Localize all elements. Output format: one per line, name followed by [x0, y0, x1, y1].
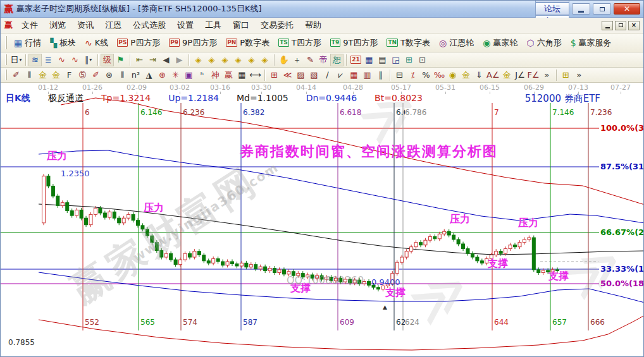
forum-button[interactable]: 论坛	[535, 3, 569, 15]
tool-calculator[interactable]: ▦	[362, 54, 376, 66]
tool-compass[interactable]: ⊛	[102, 69, 116, 82]
menu-窗口[interactable]: 窗口	[227, 18, 255, 32]
tool-f-angle[interactable]: F∠	[527, 69, 540, 82]
tool-tool-brain[interactable]: 恕	[330, 54, 344, 66]
menu-浏览[interactable]: 浏览	[44, 18, 71, 32]
tool-mini-kline-9[interactable]: ∿	[68, 54, 82, 66]
tool-calendar-21[interactable]: 21	[349, 54, 362, 66]
tool-f-ruler[interactable]: F	[63, 69, 76, 82]
tool-grid-123[interactable]: ▦	[235, 69, 249, 82]
menu-交易委托[interactable]: 交易委托	[255, 18, 299, 32]
toolbar-item-p-square[interactable]: PSP四方形	[113, 37, 164, 49]
menu-公式选股[interactable]: 公式选股	[127, 18, 171, 32]
tool-diamond-v[interactable]: ◈	[245, 54, 258, 66]
toolbar-item-gann-wheel[interactable]: ◎江恩轮	[435, 37, 478, 49]
tool-h-span[interactable]: ⟷	[249, 69, 262, 82]
tool-diamond-x[interactable]: ◈	[232, 54, 245, 66]
tool-draw-knife[interactable]: ✐	[9, 69, 23, 82]
toolbar-item-winner-service[interactable]: $赢家服务	[566, 37, 616, 49]
tool-diag-line[interactable]: ∕	[321, 69, 334, 82]
tool-n-squared[interactable]: n²	[129, 69, 142, 82]
tool-coil-5[interactable]: ➄	[76, 69, 89, 82]
tool-parallel-diag[interactable]: ∥	[374, 69, 387, 82]
menu-设置[interactable]: 设置	[171, 18, 199, 32]
toolbar-item-t-table[interactable]: TNT数字表	[382, 37, 435, 49]
tool-hatch-1[interactable]: ▨	[294, 69, 307, 82]
tool-go-prev[interactable]: ◀	[159, 54, 173, 66]
toolbar-item-t-square[interactable]: TST四方形	[274, 37, 326, 49]
toolbar-item-quotes[interactable]: ▦行情	[9, 37, 46, 49]
tool-mini-kline-3[interactable]: ∿	[55, 54, 68, 66]
tool-print[interactable]: ⊡	[416, 54, 429, 66]
tool-wave-view[interactable]: ≋	[28, 54, 42, 66]
tool-grid-dark[interactable]: ▥	[361, 69, 374, 82]
mdi-restore-button[interactable]	[615, 21, 626, 30]
tool-percent[interactable]: %	[419, 69, 433, 82]
tool-k-mark[interactable]: ʰ	[195, 69, 209, 82]
tool-memo[interactable]: ≣	[42, 54, 55, 66]
mdi-close-button[interactable]: ×	[628, 21, 640, 30]
menu-文件[interactable]: 文件	[16, 18, 44, 32]
tool-down-bars[interactable]: ⇓	[473, 69, 486, 82]
tool-grade-tool[interactable]: 级	[101, 54, 114, 66]
tool-more-2[interactable]: »	[573, 69, 586, 82]
tool-pct-strike[interactable]: ⁒	[406, 69, 419, 82]
toolbar-item-sectors[interactable]: ▚板块	[46, 37, 80, 49]
toolbar-item-hexagon[interactable]: ⬡六角形	[522, 37, 566, 49]
tool-grid-red[interactable]: ▦	[347, 69, 361, 82]
tool-diamond-left[interactable]: ◈	[192, 54, 205, 66]
tool-go-last[interactable]: ⇥	[146, 54, 159, 66]
menu-工具[interactable]: 工具	[199, 18, 227, 32]
tool-red-grid[interactable]: ⊞	[268, 69, 281, 82]
tool-period-day[interactable]: 日▾	[9, 54, 23, 66]
maximize-button[interactable]	[593, 3, 611, 15]
chart-area[interactable]: 日K线 极反通道 Tp=1.3214Up=1.2184Md=1.1005Dn=0…	[1, 83, 644, 357]
tool-notes[interactable]: ▤	[376, 54, 389, 66]
toolbar-item-9t-square[interactable]: T99T四方形	[326, 37, 383, 49]
minimize-button[interactable]	[572, 3, 590, 15]
tool-gold-under[interactable]: 金	[500, 69, 514, 82]
toolbar-item-9p-square[interactable]: P99P四方形	[164, 37, 221, 49]
tool-v-check[interactable]: ⩗	[334, 69, 347, 82]
tool-shen-tool[interactable]: 神	[209, 69, 222, 82]
close-button[interactable]: ✕	[614, 3, 640, 15]
tool-edit-pen[interactable]: ✎	[304, 54, 317, 66]
tool-grid-gold[interactable]: ⊞	[559, 69, 573, 82]
tool-angle-mirror[interactable]: ◮	[142, 69, 156, 82]
tool-flag-tool[interactable]: ⚑	[114, 54, 127, 66]
tool-square-purple[interactable]: ▣	[182, 69, 195, 82]
tool-gold-circle[interactable]: ◉	[446, 69, 459, 82]
tool-permille[interactable]: ‰	[433, 69, 446, 82]
tool-j-angle[interactable]: J∠	[514, 69, 527, 82]
tool-diamond-h[interactable]: ◈	[218, 54, 232, 66]
mdi-minimize-button[interactable]	[602, 21, 613, 30]
tool-target-red[interactable]: ⊕	[156, 69, 169, 82]
tool-candle-style[interactable]: ∥▾	[82, 54, 95, 66]
menu-江恩[interactable]: 江恩	[99, 18, 127, 32]
tool-level-scale[interactable]: ⊟	[393, 69, 406, 82]
toolbar-item-p-table[interactable]: PNP数字表	[221, 37, 274, 49]
tool-fan-rays[interactable]: ≪	[281, 69, 294, 82]
tool-draw-knife-2[interactable]: ✐	[89, 69, 102, 82]
tool-go-first[interactable]: ⇤	[133, 54, 146, 66]
toolbar-item-kline[interactable]: ∿K线	[80, 37, 113, 49]
tool-diamond-all[interactable]: ◈	[258, 54, 271, 66]
tool-pan-hand[interactable]: ✋	[277, 54, 290, 66]
menu-资讯[interactable]: 资讯	[71, 18, 99, 32]
tool-go-next[interactable]: ▶	[173, 54, 186, 66]
tool-crosshair[interactable]: ＋	[290, 54, 304, 66]
tool-chart-globe[interactable]: ⊞	[402, 54, 416, 66]
tool-a-angle[interactable]: A∠	[486, 69, 500, 82]
tool-time-grid-2[interactable]: ⫴	[116, 69, 129, 82]
tool-star-red[interactable]: ✳	[169, 69, 182, 82]
tool-tool-di[interactable]: 帝	[317, 54, 330, 66]
menu-帮助[interactable]: 帮助	[299, 18, 327, 32]
tool-gold-ruler-1[interactable]: 金	[36, 69, 49, 82]
tool-save[interactable]: ◲	[389, 54, 402, 66]
tool-ying-tool[interactable]: 赢	[222, 69, 235, 82]
tool-more-tools[interactable]: »	[540, 69, 554, 82]
tool-gold-ruler-2[interactable]: 金	[49, 69, 63, 82]
tool-hatch-2[interactable]: ▧	[307, 69, 321, 82]
toolbar-item-winner-wheel[interactable]: ◉赢家轮	[478, 37, 522, 49]
tool-gold-levels[interactable]: 金	[459, 69, 473, 82]
